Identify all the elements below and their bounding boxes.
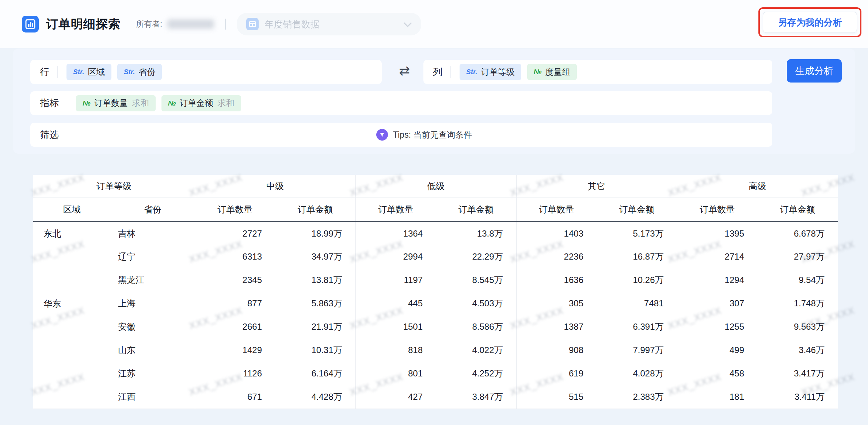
value-cell: 10.26万 <box>597 268 677 292</box>
table-row: 辽宁 6313 34.97万 2994 22.29万 2236 16.87万 2… <box>33 245 838 268</box>
owner-value-redacted <box>167 19 214 29</box>
field-pill-measure-group[interactable]: № 度量组 <box>527 64 577 80</box>
field-type-string: Str. <box>124 68 135 76</box>
top-bar: 订单明细探索 所有者: 年度销售数据 另存为我的分析 <box>0 0 868 48</box>
value-cell: 4.503万 <box>436 292 516 315</box>
value-cell: 5.863万 <box>275 292 355 315</box>
header-order-count: 订单数量 <box>516 198 597 222</box>
value-cell: 1387 <box>516 315 597 338</box>
metric-pill-order-amount[interactable]: № 订单金额 求和 <box>161 95 241 111</box>
value-cell: 9.563万 <box>757 315 838 338</box>
value-cell: 4.428万 <box>275 385 355 409</box>
page-title: 订单明细探索 <box>46 16 121 32</box>
value-cell: 18.99万 <box>275 222 355 245</box>
filter-tips-text: Tips: 当前无查询条件 <box>393 129 472 141</box>
value-cell: 427 <box>355 385 436 409</box>
province-cell: 江苏 <box>111 362 195 385</box>
header-order-amount: 订单金额 <box>757 198 838 222</box>
col-group-high: 高级 <box>677 175 838 198</box>
chevron-down-icon <box>404 19 412 27</box>
value-cell: 818 <box>355 338 436 362</box>
field-type-number: № <box>534 68 542 76</box>
value-cell: 7481 <box>597 292 677 315</box>
field-pill-province[interactable]: Str. 省份 <box>117 64 162 80</box>
province-cell: 安徽 <box>111 315 195 338</box>
value-cell: 1294 <box>677 268 757 292</box>
field-pill-order-level[interactable]: Str. 订单等级 <box>460 64 521 80</box>
value-cell: 2236 <box>516 245 597 268</box>
value-cell: 1255 <box>677 315 757 338</box>
metric-aggregation: 求和 <box>218 97 235 109</box>
field-pill-label: 订单等级 <box>481 66 515 78</box>
swap-rows-columns-icon[interactable]: ⇄ <box>395 63 414 79</box>
col-group-other: 其它 <box>516 175 677 198</box>
region-cell: 华东 <box>33 292 111 409</box>
province-cell: 江西 <box>111 385 195 409</box>
value-cell: 445 <box>355 292 436 315</box>
value-cell: 3.847万 <box>436 385 516 409</box>
value-cell: 877 <box>195 292 275 315</box>
value-cell: 22.29万 <box>436 245 516 268</box>
value-cell: 27.97万 <box>757 245 838 268</box>
value-cell: 619 <box>516 362 597 385</box>
save-as-analysis-button[interactable]: 另存为我的分析 <box>763 12 857 33</box>
province-cell: 山东 <box>111 338 195 362</box>
divider <box>57 66 58 78</box>
divider <box>67 97 67 110</box>
table-row: 东北 吉林 2727 18.99万 1364 13.8万 1403 5.173万… <box>33 222 838 245</box>
header-order-amount: 订单金额 <box>436 198 516 222</box>
province-cell: 上海 <box>111 292 195 315</box>
header-province: 省份 <box>111 198 195 222</box>
rows-label: 行 <box>40 66 49 79</box>
value-cell: 5.173万 <box>597 222 677 245</box>
value-cell: 16.87万 <box>597 245 677 268</box>
value-cell: 1364 <box>355 222 436 245</box>
value-cell: 13.8万 <box>436 222 516 245</box>
field-pill-label: 度量组 <box>545 66 570 78</box>
divider <box>67 129 67 141</box>
value-cell: 3.417万 <box>757 362 838 385</box>
header-region: 区域 <box>33 198 111 222</box>
tips-icon <box>376 129 388 141</box>
region-cell: 东北 <box>33 222 111 292</box>
value-cell: 3.46万 <box>757 338 838 362</box>
generate-analysis-button[interactable]: 生成分析 <box>787 59 842 83</box>
table-row: 安徽 2661 21.91万 1501 8.586万 1387 6.391万 1… <box>33 315 838 338</box>
app-logo-icon <box>22 16 39 32</box>
province-cell: 辽宁 <box>111 245 195 268</box>
columns-field-box: 列 Str. 订单等级 № 度量组 <box>423 60 772 84</box>
field-type-number: № <box>83 99 91 107</box>
divider <box>450 66 451 78</box>
province-cell: 吉林 <box>111 222 195 245</box>
pivot-table-card: 订单等级 中级 低级 其它 高级 区域 省份 订单数量 订单金额 订单数量 订单… <box>33 175 838 409</box>
col-group-mid: 中级 <box>195 175 355 198</box>
province-cell: 黑龙江 <box>111 268 195 292</box>
value-cell: 181 <box>677 385 757 409</box>
value-cell: 2.383万 <box>597 385 677 409</box>
value-cell: 1395 <box>677 222 757 245</box>
value-cell: 10.31万 <box>275 338 355 362</box>
value-cell: 3.411万 <box>757 385 838 409</box>
field-pill-region[interactable]: Str. 区域 <box>66 64 111 80</box>
value-cell: 6.391万 <box>597 315 677 338</box>
value-cell: 8.545万 <box>436 268 516 292</box>
field-pill-label: 省份 <box>138 66 155 78</box>
value-cell: 2994 <box>355 245 436 268</box>
value-cell: 671 <box>195 385 275 409</box>
dataset-select[interactable]: 年度销售数据 <box>237 13 421 35</box>
value-cell: 1126 <box>195 362 275 385</box>
metrics-label: 指标 <box>40 97 59 110</box>
field-pill-label: 区域 <box>88 66 105 78</box>
field-type-string: Str. <box>73 68 84 76</box>
metric-pill-order-count[interactable]: № 订单数量 求和 <box>76 95 156 111</box>
metric-pill-label: 订单数量 <box>94 97 128 109</box>
value-cell: 4.028万 <box>597 362 677 385</box>
field-type-string: Str. <box>466 68 477 76</box>
value-cell: 908 <box>516 338 597 362</box>
metric-aggregation: 求和 <box>132 97 149 109</box>
value-cell: 307 <box>677 292 757 315</box>
value-cell: 1.748万 <box>757 292 838 315</box>
owner-label: 所有者: <box>136 19 162 30</box>
dataset-select-value: 年度销售数据 <box>264 18 404 30</box>
value-cell: 8.586万 <box>436 315 516 338</box>
